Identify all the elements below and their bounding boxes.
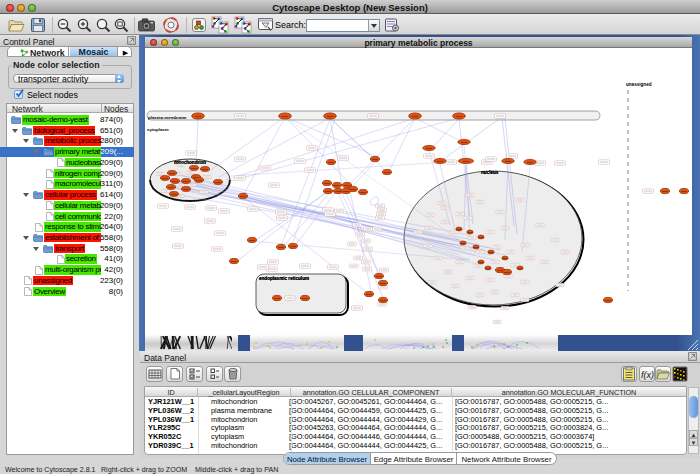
svg-text:f(x): f(x) [641, 370, 654, 380]
svg-text:plasma membrane: plasma membrane [148, 115, 187, 120]
svg-text:mitochondrion: mitochondrion [174, 160, 206, 165]
svg-text:nucleus: nucleus [481, 170, 499, 175]
svg-text:endoplasmic reticulum: endoplasmic reticulum [259, 276, 309, 281]
svg-text:unassigned: unassigned [626, 82, 652, 87]
svg-text:cytoplasm: cytoplasm [147, 127, 169, 132]
